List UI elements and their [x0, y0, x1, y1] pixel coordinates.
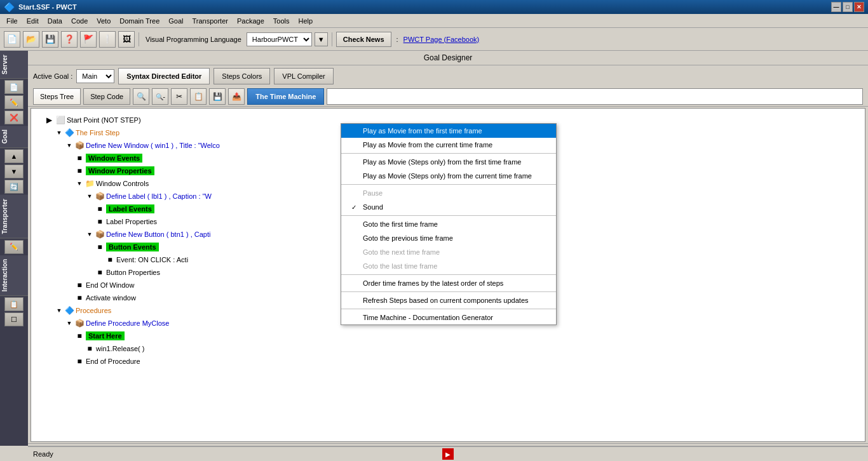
- node-label-13: End Of Window: [86, 279, 134, 291]
- menu-help[interactable]: Help: [294, 16, 316, 26]
- goal-label[interactable]: Goal: [0, 126, 28, 148]
- menu-file[interactable]: File: [3, 16, 22, 26]
- server-icon-3[interactable]: ❌: [4, 110, 24, 124]
- transporter-icon-1[interactable]: ✏️: [4, 240, 24, 254]
- zoom-out-btn[interactable]: 🔍-: [152, 88, 168, 105]
- dropdown-item-first-frame[interactable]: Goto the first time frame: [341, 217, 556, 231]
- help-button[interactable]: ❓: [61, 31, 78, 48]
- menu-domain-tree[interactable]: Domain Tree: [116, 16, 163, 26]
- goal-icon-down[interactable]: ▼: [4, 164, 24, 178]
- language-select[interactable]: HarbourPWCT: [247, 32, 312, 46]
- export-btn[interactable]: 📤: [228, 88, 245, 105]
- dropdown-item-1[interactable]: Play as Movie from the current time fram…: [341, 138, 556, 152]
- menu-tools[interactable]: Tools: [269, 16, 294, 26]
- dropdown-item-prev-frame[interactable]: Goto the previous time frame: [341, 231, 556, 245]
- dropdown-item-0[interactable]: Play as Movie from the first time frame: [341, 124, 556, 138]
- goal-icon-refresh[interactable]: 🔄: [4, 180, 24, 194]
- dropdown-item-pause: Pause: [341, 186, 556, 200]
- interaction-icon-2[interactable]: ☐: [4, 312, 24, 326]
- expand-icon-1[interactable]: ▼: [54, 126, 64, 139]
- open-button[interactable]: 📂: [23, 31, 39, 48]
- node-label-18: win1.Release( ): [96, 342, 144, 355]
- expand-icon-15[interactable]: ▼: [54, 304, 64, 317]
- syntax-directed-editor-button[interactable]: Syntax Directed Editor: [118, 68, 210, 84]
- node-label-15: Procedures: [76, 304, 111, 317]
- dropdown-item-2[interactable]: Play as Movie (Steps only) from the firs…: [341, 155, 556, 169]
- node-icon-15: 🔷: [64, 304, 74, 317]
- node-label-9: Define New Button ( btn1 ) , Capti: [106, 228, 210, 241]
- minimize-button[interactable]: —: [831, 2, 841, 12]
- steps-tree-tab[interactable]: Steps Tree: [33, 88, 81, 105]
- dropdown-item-doc-gen[interactable]: Time Machine - Documentation Generator: [341, 311, 556, 324]
- menu-transporter[interactable]: Transporter: [189, 16, 232, 26]
- new-button[interactable]: 📄: [4, 31, 20, 48]
- expand-icon-16[interactable]: ▼: [64, 317, 74, 330]
- tree-node-17: ■ Start Here: [34, 330, 862, 342]
- expand-icon-6[interactable]: ▼: [85, 190, 95, 203]
- node-icon-0: ⬜: [55, 114, 65, 126]
- server-icon-1[interactable]: 📄: [4, 80, 24, 94]
- facebook-link[interactable]: PWCT Page (Facebook): [403, 36, 480, 43]
- separator-f: [341, 309, 556, 309]
- square-13: ■: [74, 279, 85, 291]
- menu-package[interactable]: Package: [233, 16, 268, 26]
- image-button[interactable]: 🖼: [118, 31, 135, 48]
- server-icons: 📄 ✏️ ❌: [0, 79, 28, 126]
- active-goal-label: Active Goal :: [33, 72, 72, 80]
- menu-goal[interactable]: Goal: [165, 16, 187, 26]
- dropdown-item-refresh[interactable]: Refresh Steps based on current component…: [341, 293, 556, 307]
- transporter-label[interactable]: Transporter: [0, 195, 28, 239]
- expand-icon-9[interactable]: ▼: [85, 228, 95, 241]
- node-label-11: Event: ON CLICK : Acti: [116, 253, 188, 266]
- cut-btn[interactable]: ✂: [171, 88, 187, 105]
- save-step-btn[interactable]: 💾: [209, 88, 226, 105]
- square-8: ■: [95, 215, 105, 228]
- dropdown-item-sound[interactable]: ✓ Sound: [341, 200, 556, 214]
- server-icon-2[interactable]: ✏️: [4, 95, 24, 109]
- close-button[interactable]: ✕: [854, 2, 864, 12]
- ready-text: Ready: [33, 450, 53, 458]
- square-4: ■: [74, 164, 85, 177]
- interaction-label[interactable]: Interaction: [0, 255, 28, 296]
- maximize-button[interactable]: □: [843, 2, 853, 12]
- menu-data[interactable]: Data: [44, 16, 66, 26]
- node-label-14: Activate window: [86, 291, 136, 304]
- vpl-label: Visual Programming Language: [143, 36, 244, 43]
- expand-icon-5[interactable]: ▼: [74, 177, 85, 190]
- node-label-19: End of Procedure: [86, 355, 140, 368]
- zoom-in-btn[interactable]: 🔍: [133, 88, 149, 105]
- time-machine-button[interactable]: The Time Machine: [247, 88, 324, 105]
- separator-1: [139, 32, 139, 46]
- goal-select[interactable]: Main: [76, 69, 114, 83]
- expand-icon-0[interactable]: ▶: [44, 114, 54, 126]
- menu-veto[interactable]: Veto: [93, 16, 114, 26]
- save-button[interactable]: 💾: [42, 31, 58, 48]
- node-label-12: Button Properties: [106, 266, 160, 279]
- server-label[interactable]: Server: [0, 51, 28, 79]
- interaction-icons: 📋 ☐: [0, 296, 28, 328]
- interaction-icon-1[interactable]: 📋: [4, 297, 24, 311]
- vpl-compiler-button[interactable]: VPL Compiler: [274, 68, 333, 84]
- goal-icons: ▲ ▼ 🔄: [0, 148, 28, 195]
- menu-edit[interactable]: Edit: [23, 16, 43, 26]
- square-11: ■: [105, 253, 115, 266]
- step-code-tab[interactable]: Step Code: [83, 88, 130, 105]
- flag-button[interactable]: 🚩: [80, 31, 97, 48]
- steps-colors-button[interactable]: Steps Colors: [214, 68, 270, 84]
- paste-btn[interactable]: 📋: [190, 88, 207, 105]
- warning-button[interactable]: ❕: [99, 31, 116, 48]
- goal-icon-up[interactable]: ▲: [4, 149, 24, 163]
- dropdown-item-next-frame: Goto the next time frame: [341, 245, 556, 259]
- check-news-button[interactable]: Check News: [336, 32, 391, 47]
- node-label-5: Window Controls: [96, 177, 149, 190]
- square-10: ■: [95, 241, 105, 253]
- fb-separator: :: [394, 36, 401, 43]
- node-label-4: Window Properties: [86, 164, 154, 177]
- dropdown-item-order[interactable]: Order time frames by the latest order of…: [341, 276, 556, 290]
- ready-bar: Ready ▶: [28, 446, 868, 461]
- menu-code[interactable]: Code: [67, 16, 92, 26]
- expand-icon-2[interactable]: ▼: [64, 139, 74, 152]
- app-icon: 🔷: [4, 2, 15, 12]
- lang-dropdown-btn[interactable]: ▼: [315, 32, 328, 46]
- dropdown-item-3[interactable]: Play as Movie (Steps only) from the curr…: [341, 169, 556, 183]
